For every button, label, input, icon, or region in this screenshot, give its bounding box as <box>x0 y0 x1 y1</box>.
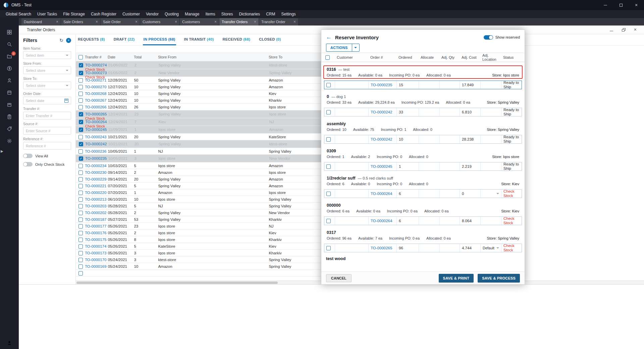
window-restore-button[interactable] <box>622 28 625 32</box>
row-checkbox[interactable] <box>78 78 83 83</box>
row-checkbox[interactable] <box>78 85 83 89</box>
column-transfer[interactable]: Transfer # <box>85 55 108 59</box>
group-header[interactable]: 0 — dog 1 Ordered: 33 ea Available: 29,2… <box>323 93 523 106</box>
status-badge[interactable]: Ready to Ship <box>501 108 522 116</box>
row-checkbox[interactable] <box>79 156 83 161</box>
status-tab[interactable]: IN TRANSIT (40) <box>183 37 215 45</box>
menu-item[interactable]: Customer <box>119 12 143 16</box>
order-link[interactable]: TO-0000235 <box>371 83 392 87</box>
document-tab[interactable]: Dashboard × <box>21 18 61 26</box>
row-checkbox[interactable] <box>78 177 83 182</box>
row-checkbox[interactable] <box>326 137 331 142</box>
transfer-link[interactable]: TO-0000235 <box>85 156 107 161</box>
column-adj-cost[interactable]: Adj. Cost <box>460 55 480 59</box>
adj-cost-cell[interactable]: 2.219 <box>460 162 481 170</box>
transfer-link[interactable]: TO-0000243 <box>85 135 106 139</box>
row-checkbox[interactable] <box>78 231 83 235</box>
group-header[interactable]: 0309 Ordered: 1 Available: 2 Incoming PO… <box>323 147 523 160</box>
window-close-button[interactable]: × <box>634 27 637 32</box>
order-link[interactable]: TO-0000242 <box>371 137 392 141</box>
row-checkbox[interactable] <box>78 258 83 262</box>
adj-location-cell[interactable] <box>481 81 501 89</box>
reserve-row[interactable]: TO-0000242 10 28.238 Ready to Ship <box>324 135 522 144</box>
refresh-filters-icon[interactable]: ↻ <box>59 38 63 43</box>
menu-item[interactable]: Dictionaries <box>236 12 263 16</box>
status-badge[interactable]: Check Stock <box>501 190 522 198</box>
column-customer[interactable]: Customer <box>335 55 368 59</box>
reserve-row[interactable]: TO-0000265 96 4.744 Default Check Stock <box>324 244 522 252</box>
transfer-link[interactable]: TO-0000266 <box>85 105 106 109</box>
row-checkbox[interactable] <box>78 224 83 229</box>
reserve-select-all-checkbox[interactable] <box>325 55 330 60</box>
column-adj-location[interactable]: Adj. Location <box>480 53 501 61</box>
tab-close-icon[interactable]: × <box>135 19 138 24</box>
status-badge[interactable]: Ready to Ship <box>501 81 522 89</box>
reserve-row[interactable]: TO-0000235 15 17.849 Ready to Ship <box>324 81 522 89</box>
group-header[interactable]: assembly Ordered: 10 Available: 75 Incom… <box>323 120 523 133</box>
adj-cost-cell[interactable]: 8.064 <box>460 217 481 225</box>
status-tab[interactable]: RECEIVED (68) <box>222 37 251 45</box>
allocate-cell[interactable] <box>419 190 440 198</box>
row-checkbox[interactable] <box>79 128 83 132</box>
transfer-link[interactable]: TO-0000221 <box>85 184 106 188</box>
save-process-button[interactable]: SAVE & PROCESS <box>478 274 520 283</box>
adj-location-cell[interactable] <box>481 162 501 170</box>
menu-item[interactable]: Cash Register <box>88 12 119 16</box>
menu-item[interactable]: Global Search <box>3 12 34 16</box>
status-badge[interactable]: Check Stock <box>501 217 522 225</box>
transfer-link[interactable]: TO-0000220 <box>85 190 106 195</box>
transfer-link[interactable]: TO-0000274 <box>85 63 107 67</box>
adj-cost-cell[interactable]: 4.744 <box>460 244 481 252</box>
order-link[interactable]: TO-0000264 <box>371 192 392 196</box>
row-checkbox[interactable] <box>78 251 83 255</box>
transfer-link[interactable]: TO-0000202 <box>85 210 106 215</box>
tab-close-icon[interactable]: × <box>56 19 58 24</box>
transfer-link[interactable]: TO-0000203 <box>85 204 106 208</box>
actions-dropdown-button[interactable] <box>352 44 359 51</box>
column-date[interactable]: Date <box>108 55 134 59</box>
order-date-picker[interactable]: Select date <box>23 97 71 104</box>
status-tab[interactable]: REQUESTS (8) <box>77 37 106 45</box>
document-tab[interactable]: Transfer Order × <box>259 18 299 26</box>
row-checkbox[interactable] <box>78 217 83 222</box>
row-checkbox[interactable] <box>78 135 83 139</box>
group-header[interactable]: 1/2redclar suff — 0.5 red clarks suff Or… <box>323 174 523 188</box>
transfer-link[interactable]: TO-0000245 <box>85 127 107 132</box>
row-checkbox[interactable] <box>78 149 83 154</box>
sidebar-item-settings[interactable] <box>0 135 19 147</box>
transfer-link[interactable]: TO-0000265 <box>85 112 107 116</box>
adj-cost-cell[interactable]: 17.849 <box>460 81 481 89</box>
row-checkbox[interactable] <box>326 246 331 250</box>
row-checkbox[interactable] <box>326 164 331 169</box>
sidebar-item-tasks[interactable] <box>0 111 19 123</box>
scrollbar-thumb[interactable] <box>76 282 278 284</box>
show-reserved-toggle[interactable] <box>484 35 493 40</box>
document-tab[interactable]: Customers × <box>140 18 180 26</box>
status-tab[interactable]: DRAFT (22) <box>113 37 136 45</box>
group-header[interactable]: 000000 Ordered: 6 ea Available: 0 ea Inc… <box>323 201 523 215</box>
adj-qty-cell[interactable] <box>440 135 460 143</box>
row-checkbox[interactable] <box>78 164 83 168</box>
transfer-link[interactable]: TO-0000271 <box>85 78 106 83</box>
transfer-link[interactable]: TO-0000273 <box>85 70 107 75</box>
allocate-cell[interactable] <box>419 217 440 225</box>
transfer-link[interactable]: TO-0000264 <box>85 119 107 124</box>
column-store-from[interactable]: Store From <box>158 55 269 59</box>
menu-item[interactable]: User Tasks <box>34 12 60 16</box>
row-checkbox[interactable] <box>78 170 83 175</box>
tab-close-icon[interactable]: × <box>175 19 177 24</box>
row-checkbox[interactable] <box>79 71 83 75</box>
menu-item[interactable]: File Storage <box>60 12 88 16</box>
adj-location-cell[interactable] <box>481 190 501 198</box>
sidebar-item-dashboard[interactable] <box>0 26 19 38</box>
adj-qty-cell[interactable] <box>440 244 460 252</box>
order-link[interactable]: TO-0000264 <box>371 219 392 223</box>
adj-location-cell[interactable] <box>481 217 501 225</box>
window-minimize-button[interactable] <box>610 28 613 32</box>
tab-close-icon[interactable]: × <box>293 19 296 24</box>
store-from-select[interactable]: Select store <box>23 66 71 74</box>
row-checkbox[interactable] <box>78 184 83 188</box>
transfer-link[interactable]: TO-0000236 <box>85 149 106 154</box>
source-number-input[interactable] <box>23 127 71 135</box>
back-icon[interactable]: ← <box>326 34 332 41</box>
